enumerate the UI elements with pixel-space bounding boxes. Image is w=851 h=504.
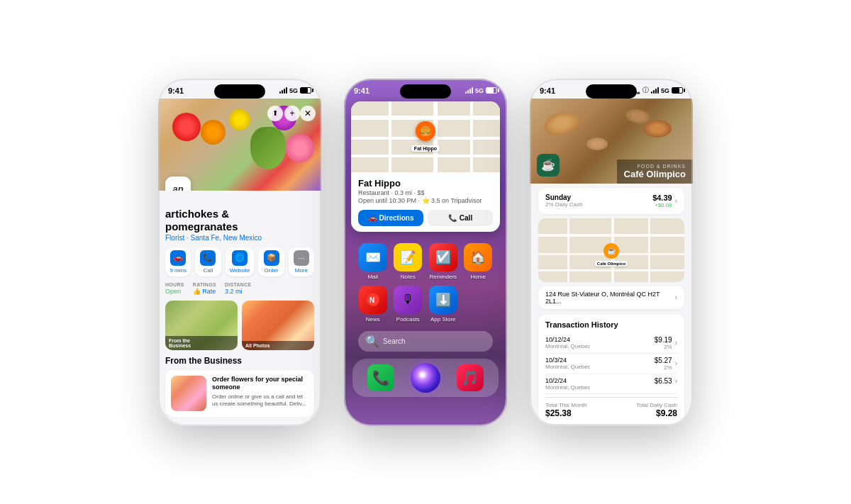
phone1-dynamic-island	[214, 84, 265, 99]
svg-text:N: N	[369, 296, 374, 304]
restaurant-meta: Restaurant · 0.3 mi · $$	[358, 189, 493, 196]
ratings-value: 👍 Rate	[193, 288, 216, 295]
phone3-info-icon: ⓘ	[643, 86, 649, 95]
signal-bar-3	[655, 89, 657, 94]
photos-grid: From theBusiness All Photos	[165, 301, 314, 350]
tx-amounts-3: $6.53	[655, 377, 672, 385]
app-podcasts[interactable]: 🎙 Podcasts	[394, 286, 423, 323]
call-btn-label: Call	[460, 214, 472, 222]
share-button[interactable]: ⬆	[267, 106, 283, 121]
app-mail[interactable]: ✉️ Mail	[358, 243, 388, 280]
action-btn-call[interactable]: 📞 Call	[195, 247, 221, 276]
more-label: More	[295, 267, 308, 274]
photo-all-photos[interactable]: All Photos	[242, 301, 314, 350]
app-appstore[interactable]: ⬇️ App Store	[428, 286, 458, 323]
address-row[interactable]: 124 Rue St-Viateur O, Montréal QC H2T 2L…	[538, 286, 684, 309]
tx-row-3[interactable]: 10/2/24 Montréal, Quebec $6.53 ›	[545, 374, 677, 394]
flower-orange	[201, 120, 226, 145]
flower-pink	[286, 134, 314, 162]
dock-music[interactable]: 🎵	[457, 364, 484, 391]
action-btn-website[interactable]: 🌐 Website	[226, 247, 255, 276]
app-home[interactable]: 🏠 Home	[464, 243, 494, 280]
search-text: Search	[383, 337, 406, 345]
call-button[interactable]: 📞 Call	[428, 210, 493, 226]
phone3-network: 5G	[661, 87, 669, 94]
podcasts-label: Podcasts	[396, 316, 420, 323]
action-btn-directions[interactable]: 🚗 9 mins	[165, 247, 191, 276]
phone3-battery	[672, 87, 683, 94]
distance-value: 3.2 mi	[225, 288, 252, 295]
address-text: 124 Rue St-Viateur O, Montréal QC H2T 2L…	[545, 291, 675, 305]
action-btn-more[interactable]: ··· More	[289, 247, 314, 276]
road-v1	[389, 101, 391, 172]
phone3-signal	[651, 87, 659, 94]
call-label: Call	[204, 267, 213, 274]
phone2-inner: 9:41 5G	[344, 79, 507, 426]
map-pin: 🍔	[416, 121, 435, 141]
cafe-category: FOOD & DRINKS	[624, 164, 686, 169]
tx-date-1: 10/12/24	[545, 336, 591, 343]
tx-right-2: $5.27 2% ›	[655, 357, 677, 371]
map-view: 🍔 Fat Hippo	[351, 101, 500, 172]
phone-icon: 📞	[448, 214, 457, 222]
call-icon: 📞	[200, 250, 216, 266]
tx-pct-1: 2%	[655, 344, 672, 350]
hours-label: HOURS	[165, 282, 184, 287]
add-button[interactable]: +	[284, 106, 300, 121]
reminders-label: Reminders	[429, 274, 457, 280]
car-icon: 🚗	[368, 214, 377, 222]
post-card[interactable]: Order flowers for your special someone O…	[165, 370, 314, 417]
photo-from-business[interactable]: From theBusiness	[165, 301, 238, 350]
tx-row-2[interactable]: 10/3/24 Montréal, Quebec $5.27 2% ›	[545, 354, 677, 374]
tx-row-1[interactable]: 10/12/24 Montréal, Quebec $9.19 2% ›	[545, 333, 677, 354]
phone1-time: 9:41	[168, 86, 184, 95]
info-row: HOURS Open RATINGS 👍 Rate DISTANCE 3.2 m…	[165, 282, 314, 295]
signal-bar-4	[472, 87, 473, 94]
mini-road-v3	[648, 218, 650, 282]
tx-location-1: Montréal, Quebec	[545, 343, 591, 349]
total-cash-label: Total Daily Cash	[636, 402, 677, 408]
cafe-overlay: FOOD & DRINKS Café Olimpico	[617, 159, 693, 184]
signal-bar-3	[469, 89, 471, 94]
website-label: Website	[230, 267, 250, 274]
flower-red	[172, 113, 201, 141]
from-business-label: From theBusiness	[165, 336, 238, 350]
all-photos-label: All Photos	[242, 341, 314, 350]
post-text: Order flowers for your special someone O…	[212, 376, 308, 411]
restaurant-name: Fat Hippo	[358, 178, 493, 189]
sunday-label: Sunday	[545, 194, 582, 201]
directions-button[interactable]: 🚗 Directions	[358, 210, 423, 226]
post-image	[171, 376, 206, 411]
phone2-signal	[465, 87, 473, 94]
tx-amount-3: $6.53	[655, 377, 672, 385]
signal-bar-4	[657, 87, 659, 94]
chevron-icon: ›	[675, 197, 677, 205]
from-business-section: From the Business Order flowers for your…	[165, 356, 314, 417]
chevron-1: ›	[675, 339, 677, 347]
sunday-pct: 2% Daily Cash	[545, 201, 582, 208]
search-bar[interactable]: 🔍 Search	[358, 331, 493, 352]
battery-fill	[486, 88, 494, 93]
appstore-label: App Store	[430, 316, 456, 323]
dock-phone[interactable]: 📞	[367, 364, 394, 391]
signal-bar-4	[286, 87, 287, 94]
tx-amount-1: $9.19	[655, 336, 672, 344]
phone2-network: 5G	[475, 87, 484, 94]
business-type: Florist · Santa Fe, New Mexico	[165, 234, 314, 242]
app-reminders[interactable]: ☑️ Reminders	[428, 243, 458, 280]
app-notes[interactable]: 📝 Notes	[394, 243, 423, 280]
phone2-time: 9:41	[354, 86, 369, 95]
signal-bar-1	[651, 91, 652, 94]
battery-fill	[672, 88, 679, 93]
road-h1	[351, 116, 500, 120]
dock-siri[interactable]	[411, 363, 440, 393]
restaurant-rating-text: 3.5 on Tripadvisor	[431, 197, 482, 204]
map-mini[interactable]: ☕ Café Olimpico	[538, 218, 684, 282]
daily-cash-right: $4.39 +$0.08 ›	[652, 194, 677, 208]
appstore-icon: ⬇️	[429, 286, 457, 314]
app-news[interactable]: N News	[358, 286, 388, 323]
map-info: Fat Hippo Restaurant · 0.3 mi · $$ Open …	[351, 172, 500, 232]
close-button[interactable]: ✕	[300, 106, 316, 121]
action-btn-order[interactable]: 📦 Order	[258, 247, 284, 276]
order-label: Order	[264, 267, 278, 274]
